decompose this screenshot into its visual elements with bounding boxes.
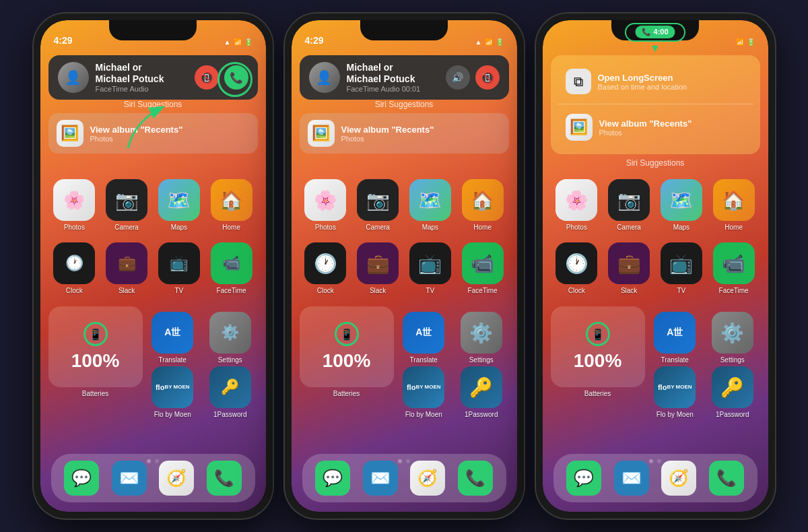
app-photos-1[interactable]: 🌸 Photos (48, 179, 101, 231)
app-home-1[interactable]: 🏠 Home (205, 179, 258, 231)
suggestion-icon-2: 🖼️ (308, 120, 335, 147)
app-grid-3: 🌸 Photos 📷 Camera 🗺️ Maps 🏠 Home (551, 179, 760, 231)
phone-3: 📶 🔋 📞 4:00 ▼ ⧉ (536, 13, 775, 519)
call-banner-2: 👤 Michael orMichael Potuck FaceTime Audi… (300, 55, 509, 100)
dock-phone-2[interactable]: 📞 (458, 461, 493, 496)
app-clock-1[interactable]: 🕐 Clock (48, 242, 101, 294)
arrow-down-3: ▼ (650, 42, 661, 55)
app-home-2[interactable]: 🏠 Home (457, 179, 509, 231)
app-label-flo-1: Flo by Moen (154, 411, 191, 418)
app-label-clock-1: Clock (66, 287, 83, 294)
app-facetime-3[interactable]: 📹 FaceTime (708, 242, 760, 294)
app-maps-3[interactable]: 🗺️ Maps (655, 179, 708, 231)
suggestion-icon-1: 🖼️ (57, 120, 83, 147)
app-translate-3[interactable]: A世 Translate (648, 312, 703, 364)
dock-2: 💬 ✉️ 🧭 📞 (302, 454, 506, 502)
notch-1 (109, 20, 197, 40)
suggestion-text-2: View album "Recents" Photos (341, 125, 434, 143)
dock-safari-2[interactable]: 🧭 (410, 461, 445, 496)
longscreen-title-3: Open LongScreen (598, 73, 687, 83)
battery-icon-2: 🔋 (496, 38, 504, 46)
app-label-translate-1: Translate (159, 356, 187, 364)
call-info-2: Michael orMichael Potuck FaceTime Audio … (347, 62, 439, 93)
app-settings-1[interactable]: ⚙️ Settings (203, 312, 258, 364)
call-actions-2: 🔊 📵 (446, 65, 500, 90)
app-1password-3[interactable]: 🔑 1Password (705, 366, 760, 418)
siri-label-3: Siri Suggestions (551, 158, 760, 168)
app-camera-3[interactable]: 📷 Camera (603, 179, 655, 231)
suggestion-text-photos-3: View album "Recents" Photos (599, 119, 692, 137)
mute-button-2[interactable]: 🔊 (446, 65, 470, 90)
dock-messages-2[interactable]: 💬 (315, 461, 350, 496)
decline-button-1[interactable]: 📵 (195, 65, 219, 90)
suggestion-longscreen-3[interactable]: ⧉ Open LongScreen Based on time and loca… (558, 62, 753, 101)
notch-2 (360, 20, 448, 40)
status-icons-1: ▲ 📶 🔋 (224, 38, 252, 46)
app-translate-1[interactable]: A世 Translate (145, 312, 201, 364)
app-label-facetime-1: FaceTime (217, 287, 246, 294)
app-label-settings-1: Settings (218, 356, 242, 364)
app-flo-2[interactable]: floBY MOEN Flo by Moen (397, 366, 452, 418)
call-avatar-1: 👤 (58, 62, 89, 93)
suggestion-card-2[interactable]: 🖼️ View album "Recents" Photos (300, 113, 509, 154)
wifi-icon-3: 📶 (736, 38, 744, 46)
app-label-batteries-1: Batteries (82, 390, 108, 397)
app-1password-2[interactable]: 🔑 1Password (454, 366, 509, 418)
app-translate-2[interactable]: A世 Translate (397, 312, 452, 364)
call-type-2: FaceTime Audio 00:01 (347, 85, 439, 93)
dock-safari-1[interactable]: 🧭 (159, 461, 194, 496)
app-settings-2[interactable]: ⚙️ Settings (454, 312, 509, 364)
wifi-icon: 📶 (234, 38, 242, 46)
decline-button-2[interactable]: 📵 (475, 65, 500, 90)
app-1password-1[interactable]: 🔑 1Password (203, 366, 258, 418)
app-label-1password-1: 1Password (213, 411, 246, 418)
arrow-indicator-1 (121, 101, 175, 155)
app-settings-3[interactable]: ⚙️ Settings (705, 312, 760, 364)
app-slack-3[interactable]: 💼 Slack (603, 242, 655, 294)
app-facetime-1[interactable]: 📹 FaceTime (205, 242, 258, 294)
dock-messages-3[interactable]: 💬 (566, 461, 601, 496)
dock-messages-1[interactable]: 💬 (64, 461, 99, 496)
call-status-pill-3: 📞 4:00 (635, 26, 675, 38)
suggestion-title-2: View album "Recents" (341, 125, 434, 135)
app-photos-3[interactable]: 🌸 Photos (551, 179, 603, 231)
app-grid-row2-2: 🕐 Clock 💼 Slack 📺 TV 📹 FaceTime (300, 242, 509, 294)
dock-phone-3[interactable]: 📞 (709, 461, 744, 496)
dock-phone-1[interactable]: 📞 (207, 461, 242, 496)
app-flo-3[interactable]: floBY MOEN Flo by Moen (648, 366, 703, 418)
app-tv-3[interactable]: 📺 TV (655, 242, 708, 294)
app-grid-row2-3: 🕐 Clock 💼 Slack 📺 TV 📹 FaceTime (551, 242, 760, 294)
phone-1: 4:29 ▲ 📶 🔋 👤 Michael orMichael Potuck Fa… (34, 13, 273, 519)
app-grid-2: 🌸 Photos 📷 Camera 🗺️ Maps 🏠 Home (300, 179, 509, 231)
app-camera-2[interactable]: 📷 Camera (351, 179, 404, 231)
signal-icon: ▲ (224, 38, 231, 46)
call-type-1: FaceTime Audio (96, 85, 188, 93)
app-tv-1[interactable]: 📺 TV (153, 242, 205, 294)
app-tv-2[interactable]: 📺 TV (404, 242, 457, 294)
longscreen-sub-3: Based on time and location (598, 83, 687, 91)
siri-section-2: Siri Suggestions 🖼️ View album "Recents"… (300, 100, 509, 158)
app-clock-2[interactable]: 🕐 Clock (300, 242, 352, 294)
suggestion-sub-photos-3: Photos (599, 129, 692, 137)
app-facetime-2[interactable]: 📹 FaceTime (457, 242, 509, 294)
app-flo-1[interactable]: floBY MOEN Flo by Moen (145, 366, 201, 418)
app-camera-1[interactable]: 📷 Camera (100, 179, 153, 231)
dock-3: 💬 ✉️ 🧭 📞 (553, 454, 758, 502)
app-home-3[interactable]: 🏠 Home (708, 179, 760, 231)
app-label-photos-1: Photos (64, 224, 85, 231)
suggestion-photos-3[interactable]: 🖼️ View album "Recents" Photos (558, 107, 753, 147)
app-slack-1[interactable]: 💼 Slack (100, 242, 153, 294)
dock-mail-1[interactable]: ✉️ (112, 461, 147, 496)
status-icons-2: ▲ 📶 🔋 (475, 38, 504, 46)
phone-2: 4:29 ▲ 📶 🔋 👤 Michael orMichael Potuck Fa… (285, 13, 524, 519)
app-maps-1[interactable]: 🗺️ Maps (153, 179, 205, 231)
dock-1: 💬 ✉️ 🧭 📞 (51, 454, 255, 502)
app-photos-2[interactable]: 🌸 Photos (300, 179, 352, 231)
siri-label-2: Siri Suggestions (300, 100, 509, 109)
app-maps-2[interactable]: 🗺️ Maps (404, 179, 457, 231)
dock-mail-3[interactable]: ✉️ (614, 461, 649, 496)
dock-safari-3[interactable]: 🧭 (661, 461, 696, 496)
app-slack-2[interactable]: 💼 Slack (351, 242, 404, 294)
app-clock-3[interactable]: 🕐 Clock (551, 242, 603, 294)
dock-mail-2[interactable]: ✉️ (363, 461, 398, 496)
